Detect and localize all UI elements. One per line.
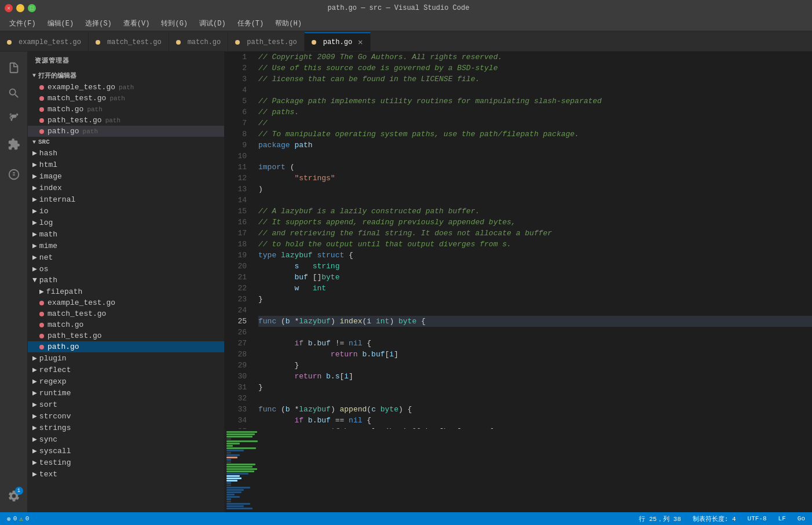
folder-arrow-reflect: ▶ [32, 365, 37, 374]
menu-select[interactable]: 选择(S) [81, 17, 116, 30]
folder-arrow-filepath: ▶ [39, 287, 44, 296]
folder-arrow-path: ▼ [32, 276, 37, 285]
open-file-path[interactable]: path.go path [28, 126, 224, 137]
activity-git[interactable] [2, 107, 25, 130]
src-section[interactable]: ▼ SRC [28, 137, 224, 147]
folder-arrow-plugin: ▶ [32, 353, 37, 363]
folder-index[interactable]: ▶ index [28, 182, 224, 194]
folder-syscall[interactable]: ▶ syscall [28, 445, 224, 457]
file-dot-mt [39, 312, 44, 316]
folder-path[interactable]: ▼ path [28, 275, 224, 286]
folder-arrow-runtime: ▶ [32, 388, 37, 398]
tab-icon-match-test [96, 40, 100, 45]
folder-sync[interactable]: ▶ sync [28, 433, 224, 445]
file-dot-m [39, 323, 44, 327]
activity-settings[interactable]: 1 [2, 484, 25, 508]
file-path-test-go[interactable]: path_test.go [28, 330, 224, 341]
activity-extensions[interactable] [2, 133, 25, 156]
folder-net[interactable]: ▶ net [28, 251, 224, 263]
tab-match-test[interactable]: match_test.go [89, 32, 169, 51]
explorer-panel: 资源管理器 ▼ 打开的编辑器 example_test.go path [28, 52, 224, 512]
folder-log[interactable]: ▶ log [28, 217, 224, 228]
file-dot-et [39, 301, 44, 305]
menu-goto[interactable]: 转到(G) [156, 17, 192, 30]
folder-filepath[interactable]: ▶ filepath [28, 286, 224, 297]
folder-text[interactable]: ▶ text [28, 468, 224, 480]
code-editor[interactable]: 1 2 3 4 5 6 7 8 9 10 11 12 13 14 [225, 52, 812, 512]
status-indent[interactable]: 制表符长度: 4 [690, 515, 738, 523]
menu-edit[interactable]: 编辑(E) [43, 17, 79, 30]
status-language[interactable]: Go [795, 515, 807, 522]
folder-strings[interactable]: ▶ strings [28, 422, 224, 433]
folder-html[interactable]: ▶ html [28, 159, 224, 170]
window-title: path.go — src — Visual Studio Code [36, 4, 761, 12]
file-match-test-go[interactable]: match_test.go [28, 308, 224, 319]
folder-runtime[interactable]: ▶ runtime [28, 387, 224, 399]
editor-area: 1 2 3 4 5 6 7 8 9 10 11 12 13 14 [225, 52, 812, 512]
minimize-button[interactable]: − [16, 4, 24, 12]
file-dot-match-test [39, 96, 44, 101]
folder-io[interactable]: ▶ io [28, 205, 224, 217]
file-match-go[interactable]: match.go [28, 319, 224, 330]
menu-tasks[interactable]: 任务(T) [233, 17, 269, 30]
maximize-button[interactable]: □ [28, 4, 36, 12]
menu-view[interactable]: 查看(V) [119, 17, 155, 30]
file-path-go[interactable]: path.go [28, 341, 224, 352]
tab-example-test[interactable]: example_test.go [0, 32, 89, 51]
file-dot-path-test [39, 118, 44, 123]
folder-hash[interactable]: ▶ hash [28, 147, 224, 159]
activity-debug[interactable] [2, 163, 25, 186]
open-file-example-test[interactable]: example_test.go path [28, 82, 224, 93]
sidebar: 资源管理器 ▼ 打开的编辑器 example_test.go path [28, 52, 225, 512]
code-scroll-area[interactable]: 1 2 3 4 5 6 7 8 9 10 11 12 13 14 [225, 52, 812, 429]
folder-testing[interactable]: ▶ testing [28, 457, 224, 468]
folder-arrow-strconv: ▶ [32, 411, 37, 421]
tab-close-path[interactable]: ✕ [358, 37, 363, 47]
open-editors-section[interactable]: ▼ 打开的编辑器 [28, 70, 224, 82]
menu-file[interactable]: 文件(F) [5, 17, 41, 30]
explorer-header: 资源管理器 [28, 52, 224, 70]
file-example-test-go[interactable]: example_test.go [28, 297, 224, 308]
menubar: 文件(F) 编辑(E) 选择(S) 查看(V) 转到(G) 调试(D) 任务(T… [0, 16, 812, 31]
folder-reflect[interactable]: ▶ reflect [28, 364, 224, 375]
close-button[interactable]: ✕ [5, 4, 13, 12]
open-file-match[interactable]: match.go path [28, 104, 224, 115]
open-file-path-test[interactable]: path_test.go path [28, 115, 224, 126]
status-position[interactable]: 行 25，列 38 [637, 515, 683, 523]
code-content[interactable]: // Copyright 2009 The Go Authors. All ri… [254, 52, 812, 429]
folder-arrow-hash: ▶ [32, 148, 37, 158]
folder-regexp[interactable]: ▶ regexp [28, 375, 224, 387]
folder-mime[interactable]: ▶ mime [28, 240, 224, 251]
error-icon: ⊗ [7, 515, 11, 523]
line-numbers: 1 2 3 4 5 6 7 8 9 10 11 12 13 14 [225, 52, 254, 429]
menu-debug[interactable]: 调试(D) [195, 17, 231, 30]
status-errors[interactable]: ⊗ 0 ⚠ 0 [5, 515, 31, 523]
folder-sort[interactable]: ▶ sort [28, 399, 224, 410]
menu-help[interactable]: 帮助(H) [270, 17, 306, 30]
folder-internal[interactable]: ▶ internal [28, 194, 224, 205]
src-arrow: ▼ [32, 139, 36, 145]
folder-arrow-sync: ▶ [32, 435, 37, 444]
open-file-match-test[interactable]: match_test.go path [28, 93, 224, 104]
folder-arrow-image: ▶ [32, 172, 37, 181]
folder-arrow-sort: ▶ [32, 400, 37, 409]
folder-os[interactable]: ▶ os [28, 263, 224, 275]
status-line-ending[interactable]: LF [776, 515, 788, 522]
folder-plugin[interactable]: ▶ plugin [28, 352, 224, 364]
folder-arrow-net: ▶ [32, 253, 37, 262]
status-encoding[interactable]: UTF-8 [745, 515, 769, 522]
file-dot-example-test [39, 85, 44, 90]
folder-math[interactable]: ▶ math [28, 228, 224, 240]
folder-arrow-internal: ▶ [32, 195, 37, 204]
folder-image[interactable]: ▶ image [28, 170, 224, 182]
activity-search[interactable] [2, 82, 25, 105]
tab-match[interactable]: match.go [169, 32, 229, 51]
file-dot-pt [39, 334, 44, 338]
folder-strconv[interactable]: ▶ strconv [28, 410, 224, 422]
tab-path-test[interactable]: path_test.go [228, 32, 304, 51]
folder-arrow-syscall: ▶ [32, 446, 37, 455]
tab-path[interactable]: path.go ✕ [305, 32, 371, 51]
activity-files[interactable] [2, 56, 25, 79]
tab-icon-path-test [235, 40, 240, 45]
minimap [225, 429, 271, 512]
